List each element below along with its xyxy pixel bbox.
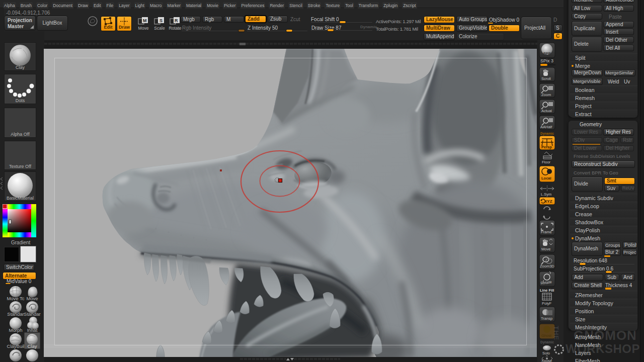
svg-text:S: S	[159, 18, 163, 23]
svg-text:Morph: Morph	[9, 327, 23, 333]
svg-text:Zoom3D: Zoom3D	[540, 264, 554, 268]
svg-text:Standar: Standar	[7, 311, 24, 317]
svg-text:AAHalf: AAHalf	[540, 125, 552, 129]
svg-text:Line Fill: Line Fill	[540, 288, 554, 293]
svg-text:SPix 3: SPix 3	[540, 58, 553, 63]
svg-text:Ghost: Ghost	[541, 333, 552, 338]
svg-text:Transp: Transp	[541, 316, 552, 321]
svg-text:Dynamic: Dynamic	[540, 132, 554, 136]
svg-text:Floor: Floor	[542, 160, 551, 164]
svg-text:Move Tc: Move Tc	[7, 296, 24, 301]
svg-text:Zoom: Zoom	[541, 93, 551, 97]
svg-text:Standar: Standar	[24, 311, 40, 317]
svg-text:Xpose: Xpose	[541, 358, 552, 362]
svg-text:Persp: Persp	[541, 145, 552, 149]
svg-text:Move: Move	[541, 247, 550, 251]
svg-text:Local: Local	[541, 176, 551, 180]
svg-text:ClayBuil: ClayBuil	[7, 343, 25, 349]
svg-text:BPR: BPR	[543, 52, 551, 55]
svg-text:Actual: Actual	[541, 109, 552, 113]
svg-text:L.Sym: L.Sym	[541, 192, 551, 197]
svg-text:Inflat: Inflat	[27, 327, 38, 333]
svg-text:PolyF: PolyF	[542, 301, 552, 306]
svg-text:M: M	[143, 18, 147, 23]
svg-text:XYZ: XYZ	[544, 199, 552, 204]
svg-text:Scroll: Scroll	[541, 76, 551, 81]
svg-text:R: R	[175, 18, 178, 23]
svg-text:Move: Move	[26, 296, 38, 301]
svg-text:Clay: Clay	[27, 343, 37, 349]
svg-text:Solo: Solo	[542, 351, 550, 355]
svg-text:Frame: Frame	[541, 230, 552, 234]
